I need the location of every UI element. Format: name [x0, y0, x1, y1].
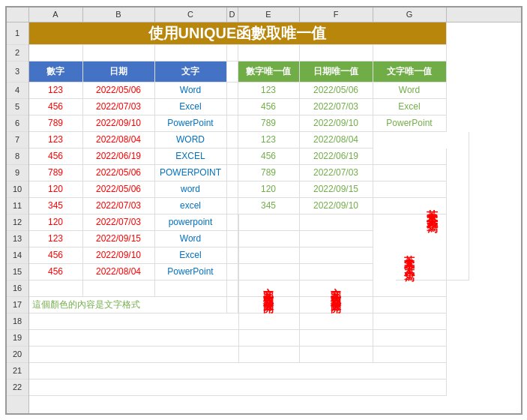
cell-15B: 2022/08/04 [83, 264, 155, 280]
cell-4C: Word [155, 82, 227, 99]
cell-7C: WORD [155, 132, 227, 148]
cell-11D [227, 198, 238, 214]
cell-7D [227, 132, 238, 148]
row-num-18: 18 [7, 314, 28, 330]
cell-10C: word [155, 182, 227, 198]
col-header-F: F [300, 8, 373, 22]
cell-2A [29, 45, 83, 62]
cell-14EF-empty [238, 248, 373, 264]
header-udate: 日期唯一值 [300, 62, 373, 82]
cell-6B: 2022/09/10 [83, 116, 155, 132]
cell-13A: 123 [29, 231, 83, 248]
spreadsheet: A B C D E F G 1 2 3 4 5 6 7 8 9 10 11 12… [5, 6, 523, 415]
cell-7E: 123 [238, 132, 300, 148]
row-num-10: 10 [7, 182, 28, 198]
cell-16E [238, 280, 300, 297]
row-num-19: 19 [7, 330, 28, 346]
row-19 [29, 330, 521, 346]
row-21 [29, 363, 521, 380]
cell-8E: 456 [238, 148, 300, 165]
column-header-row: A B C D E F G [7, 8, 521, 22]
cell-3D [227, 62, 238, 82]
cell-17D [227, 297, 238, 314]
cell-11B: 2022/07/03 [83, 198, 155, 214]
grid-content: 使用UNIQUE函數取唯一值 數字 日期 文字 數字唯一值 日期唯一值 [29, 22, 521, 413]
cell-4E: 123 [238, 82, 300, 99]
row-num-15: 15 [7, 264, 28, 280]
title-cell: 使用UNIQUE函數取唯一值 [29, 22, 447, 45]
cell-7F: 2022/08/04 [300, 132, 373, 148]
cell-13EF-empty [238, 231, 373, 248]
cell-16A [29, 280, 83, 297]
corner-cell [7, 8, 29, 22]
cell-8B: 2022/06/19 [83, 148, 155, 165]
cell-8C: EXCEL [155, 148, 227, 165]
cell-4B: 2022/05/06 [83, 82, 155, 99]
col-header-B: B [83, 8, 155, 22]
cell-16C [155, 280, 227, 297]
cell-5D [227, 99, 238, 116]
cell-17G [373, 297, 447, 314]
cell-2G [373, 45, 447, 62]
cell-8A: 456 [29, 148, 83, 165]
row-num-9: 9 [7, 165, 28, 182]
row-20-empty [29, 346, 447, 363]
col-header-D: D [227, 8, 238, 22]
utext-merged-cell: 英文字不分大小寫 [396, 132, 469, 280]
cell-16B [83, 280, 155, 297]
cell-12EF-empty [238, 214, 373, 231]
cell-5G: Excel [373, 99, 447, 116]
cell-12C: powerpoint [155, 214, 227, 231]
cell-5E: 456 [238, 99, 300, 116]
cell-15C: PowerPoint [155, 264, 227, 280]
col-header-A: A [29, 8, 83, 22]
cell-5C: Excel [155, 99, 227, 116]
row-num-22: 22 [7, 380, 28, 396]
row-num-4: 4 [7, 82, 28, 99]
row-5: 456 2022/07/03 Excel 456 2022/07/03 Exce… [29, 99, 521, 116]
cell-13C: Word [155, 231, 227, 248]
row-7: 123 2022/08/04 WORD 123 2022/08/04 英文字不分… [29, 132, 521, 148]
cell-16D [227, 280, 238, 297]
cell-17F [300, 297, 373, 314]
row-num-2: 2 [7, 45, 28, 62]
cell-9A: 789 [29, 165, 83, 182]
row-num-13: 13 [7, 231, 28, 248]
cell-4F: 2022/05/06 [300, 82, 373, 99]
row-21-empty [29, 363, 447, 380]
cell-10B: 2022/05/06 [83, 182, 155, 198]
row-19-empty [29, 330, 447, 346]
row-num-7: 7 [7, 132, 28, 148]
row-4: 123 2022/05/06 Word 123 2022/05/06 Word [29, 82, 521, 99]
cell-6F: 2022/09/10 [300, 116, 373, 132]
row-num-1: 1 [7, 22, 28, 45]
row-num-5: 5 [7, 99, 28, 116]
cell-11C: excel [155, 198, 227, 214]
cell-6C: PowerPoint [155, 116, 227, 132]
cell-9E: 789 [238, 165, 300, 182]
header-unum: 數字唯一值 [238, 62, 300, 82]
row-18-empty [29, 314, 447, 330]
cell-2F [300, 45, 373, 62]
cell-6A: 789 [29, 116, 83, 132]
row-num-8: 8 [7, 148, 28, 165]
row-num-11: 11 [7, 198, 28, 214]
cell-7A: 123 [29, 132, 83, 148]
cell-10A: 120 [29, 182, 83, 198]
cell-2E [238, 45, 300, 62]
cell-12A: 120 [29, 214, 83, 231]
cell-8F: 2022/06/19 [300, 148, 373, 165]
cell-4D [227, 82, 238, 99]
row-22-empty [29, 380, 447, 396]
cell-6D [227, 116, 238, 132]
cell-2D [227, 45, 238, 62]
row-headers: 1 2 3 4 5 6 7 8 9 10 11 12 13 14 15 16 1… [7, 22, 29, 413]
cell-13D [227, 231, 238, 248]
row-num-3: 3 [7, 62, 28, 82]
cell-5F: 2022/07/03 [300, 99, 373, 116]
row-num-16: 16 [7, 280, 28, 297]
cell-2B [83, 45, 155, 62]
cell-5B: 2022/07/03 [83, 99, 155, 116]
cell-13B: 2022/09/15 [83, 231, 155, 248]
cell-9F: 2022/07/03 [300, 165, 373, 182]
